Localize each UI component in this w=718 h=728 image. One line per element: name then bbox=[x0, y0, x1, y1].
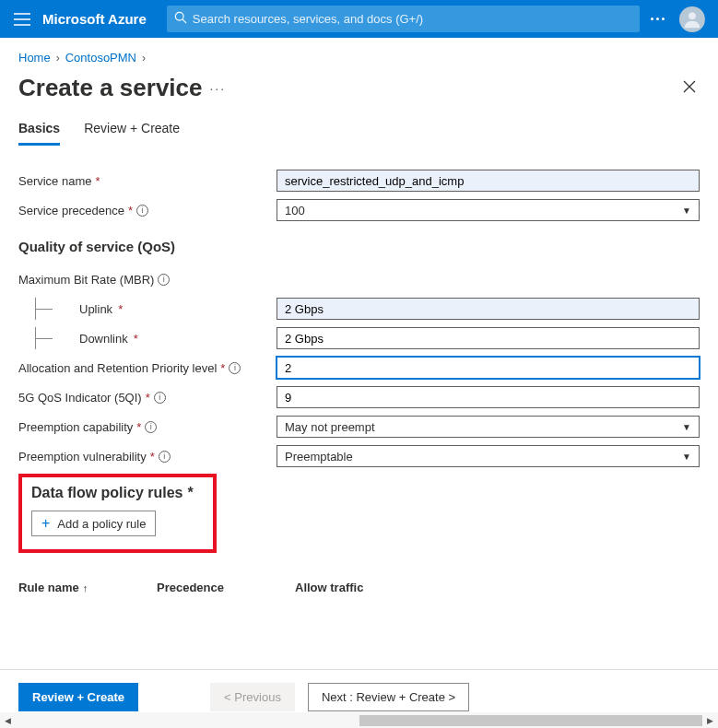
review-create-button[interactable]: Review + Create bbox=[18, 683, 138, 711]
avatar[interactable] bbox=[679, 6, 705, 32]
close-icon[interactable] bbox=[679, 75, 700, 101]
qos5g-input[interactable] bbox=[277, 386, 700, 408]
horizontal-scrollbar[interactable]: ◀ ▶ bbox=[0, 712, 718, 728]
search-input[interactable] bbox=[193, 12, 632, 26]
top-bar: Microsoft Azure bbox=[0, 0, 718, 38]
title-row: Create a service ··· bbox=[18, 74, 700, 102]
downlink-input[interactable] bbox=[277, 327, 700, 349]
info-icon[interactable]: i bbox=[145, 421, 157, 433]
uplink-label: Uplink* bbox=[18, 298, 277, 320]
service-name-label: Service name* bbox=[18, 174, 277, 188]
chevron-right-icon: › bbox=[56, 52, 60, 65]
preempt-vuln-label: Preemption vulnerability* i bbox=[18, 450, 277, 464]
add-policy-rule-button[interactable]: + Add a policy rule bbox=[31, 511, 156, 536]
preempt-cap-select[interactable]: May not preempt ▼ bbox=[277, 416, 700, 438]
rule-table-headers: Rule name ↑ Precedence Allow traffic bbox=[18, 581, 700, 594]
chevron-down-icon: ▼ bbox=[682, 422, 691, 432]
info-icon[interactable]: i bbox=[158, 274, 170, 286]
scroll-left-icon[interactable]: ◀ bbox=[2, 716, 14, 725]
plus-icon: + bbox=[41, 516, 50, 531]
policy-rules-callout: Data flow policy rules* + Add a policy r… bbox=[18, 474, 217, 553]
chevron-down-icon: ▼ bbox=[682, 205, 691, 216]
search-icon bbox=[174, 11, 187, 28]
scroll-right-icon[interactable]: ▶ bbox=[704, 716, 716, 725]
chevron-down-icon: ▼ bbox=[682, 452, 691, 462]
policy-rules-heading: Data flow policy rules* bbox=[31, 485, 204, 501]
downlink-label: Downlink* bbox=[18, 327, 277, 349]
arp-input[interactable] bbox=[277, 357, 700, 379]
preempt-vuln-select[interactable]: Preemptable ▼ bbox=[277, 445, 700, 467]
mbr-label: Maximum Bit Rate (MBR) i bbox=[18, 273, 277, 287]
content-area: Home › ContosoPMN › Create a service ···… bbox=[0, 38, 718, 663]
sort-asc-icon: ↑ bbox=[83, 582, 88, 593]
tabs: Basics Review + Create bbox=[18, 121, 700, 147]
arp-label: Allocation and Retention Priority level*… bbox=[18, 361, 277, 375]
col-precedence[interactable]: Precedence bbox=[157, 581, 295, 594]
breadcrumb: Home › ContosoPMN › bbox=[18, 51, 700, 65]
breadcrumb-item[interactable]: ContosoPMN bbox=[65, 51, 136, 65]
footer-bar: Review + Create < Previous Next : Review… bbox=[0, 669, 718, 711]
tab-review[interactable]: Review + Create bbox=[84, 121, 180, 146]
info-icon[interactable]: i bbox=[154, 392, 166, 404]
service-precedence-select[interactable]: 100 ▼ bbox=[277, 199, 700, 221]
next-button[interactable]: Next : Review + Create > bbox=[308, 683, 469, 711]
uplink-input[interactable] bbox=[277, 298, 700, 320]
svg-point-2 bbox=[689, 12, 696, 19]
info-icon[interactable]: i bbox=[159, 451, 171, 463]
info-icon[interactable]: i bbox=[136, 205, 148, 217]
qos5g-label: 5G QoS Indicator (5QI)* i bbox=[18, 391, 277, 405]
preempt-cap-label: Preemption capability* i bbox=[18, 420, 277, 434]
svg-line-1 bbox=[182, 19, 186, 23]
info-icon[interactable]: i bbox=[229, 362, 241, 374]
service-precedence-label: Service precedence* i bbox=[18, 204, 277, 217]
col-allow-traffic[interactable]: Allow traffic bbox=[295, 581, 433, 594]
scroll-thumb[interactable] bbox=[359, 715, 703, 726]
scroll-track[interactable] bbox=[16, 714, 702, 727]
hamburger-icon[interactable] bbox=[13, 10, 31, 29]
chevron-right-icon: › bbox=[142, 52, 146, 65]
previous-button: < Previous bbox=[210, 683, 295, 711]
more-actions-icon[interactable]: ··· bbox=[209, 81, 226, 96]
page-title: Create a service bbox=[18, 74, 202, 102]
search-box[interactable] bbox=[167, 6, 640, 32]
breadcrumb-home[interactable]: Home bbox=[18, 51, 51, 65]
qos-heading: Quality of service (QoS) bbox=[18, 239, 700, 254]
col-rule-name[interactable]: Rule name ↑ bbox=[18, 581, 157, 594]
service-name-input[interactable] bbox=[277, 170, 700, 192]
more-icon[interactable] bbox=[651, 18, 665, 20]
brand-label[interactable]: Microsoft Azure bbox=[42, 11, 147, 27]
tab-basics[interactable]: Basics bbox=[18, 121, 60, 146]
svg-point-0 bbox=[175, 12, 183, 20]
